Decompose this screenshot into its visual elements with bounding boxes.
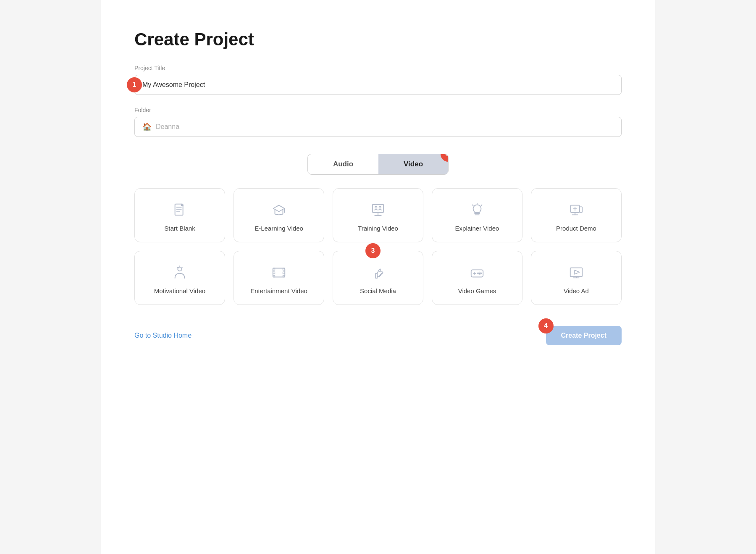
card-entertainment-label: Entertainment Video [250,287,307,294]
svg-point-37 [479,272,480,273]
card-social-media-label: Social Media [360,287,396,294]
document-icon [172,202,188,218]
card-e-learning-label: E-Learning Video [255,225,303,232]
page-title: Create Project [134,29,622,50]
go-home-link[interactable]: Go to Studio Home [134,332,192,339]
project-title-label: Project Title [134,65,622,71]
cards-row-1: Start Blank E-Learning Video [134,188,622,242]
tab-group: Audio Video 2 [307,154,449,175]
tab-video[interactable]: Video [378,154,448,174]
lightbulb-icon [469,202,485,218]
thumbs-up-icon [370,265,386,281]
film-icon [271,265,287,281]
svg-point-39 [479,273,480,275]
folder-value: Deanna [156,123,179,131]
gamepad-icon [469,265,485,281]
card-video-games-label: Video Games [458,287,496,294]
create-project-button[interactable]: Create Project [546,326,622,345]
svg-rect-22 [580,207,583,212]
card-explainer[interactable]: Explainer Video [432,188,522,242]
svg-line-25 [181,267,183,268]
device-plus-icon [568,202,584,218]
presentation-icon [370,202,386,218]
project-title-wrapper: 1 [134,75,622,95]
card-product-demo[interactable]: Product Demo [531,188,622,242]
svg-rect-41 [570,268,583,277]
card-explainer-label: Explainer Video [455,225,499,232]
tabs-section: Audio Video 2 [134,154,622,175]
cards-row-2: Motivational Video Enterta [134,251,622,305]
step-badge-3: 3 [365,243,381,258]
svg-point-38 [480,273,482,274]
card-video-ad-label: Video Ad [564,287,589,294]
svg-point-11 [379,206,381,208]
card-motivational-label: Motivational Video [154,287,205,294]
project-title-input[interactable] [134,75,622,95]
create-btn-wrapper: 4 Create Project [546,326,622,345]
svg-point-40 [477,273,478,274]
play-screen-icon [568,265,584,281]
svg-marker-42 [575,270,579,274]
card-entertainment[interactable]: Entertainment Video [234,251,324,305]
svg-point-10 [375,206,377,208]
graduation-icon [271,202,287,218]
card-video-games[interactable]: Video Games [432,251,522,305]
svg-line-16 [481,205,482,206]
step-badge-4: 4 [538,318,554,333]
cards-row-2-wrapper: 3 Motivational Video [134,251,622,305]
card-start-blank-label: Start Blank [164,225,195,232]
bottom-bar: Go to Studio Home 4 Create Project [134,326,622,345]
svg-rect-7 [373,205,384,213]
card-start-blank[interactable]: Start Blank [134,188,225,242]
folder-label: Folder [134,107,622,113]
person-star-icon [172,265,188,281]
card-social-media[interactable]: Social Media [333,251,423,305]
tab-audio[interactable]: Audio [308,154,378,174]
card-video-ad[interactable]: Video Ad [531,251,622,305]
home-icon: 🏠 [142,122,152,131]
card-product-demo-label: Product Demo [556,225,596,232]
svg-line-15 [472,205,473,206]
card-training-label: Training Video [358,225,398,232]
page-container: Create Project Project Title 1 Folder 🏠 … [101,0,655,554]
card-e-learning[interactable]: E-Learning Video [234,188,324,242]
svg-line-26 [177,267,178,268]
step-badge-1: 1 [127,77,142,92]
folder-input[interactable]: 🏠 Deanna [134,117,622,137]
card-motivational[interactable]: Motivational Video [134,251,225,305]
card-training[interactable]: Training Video [333,188,423,242]
